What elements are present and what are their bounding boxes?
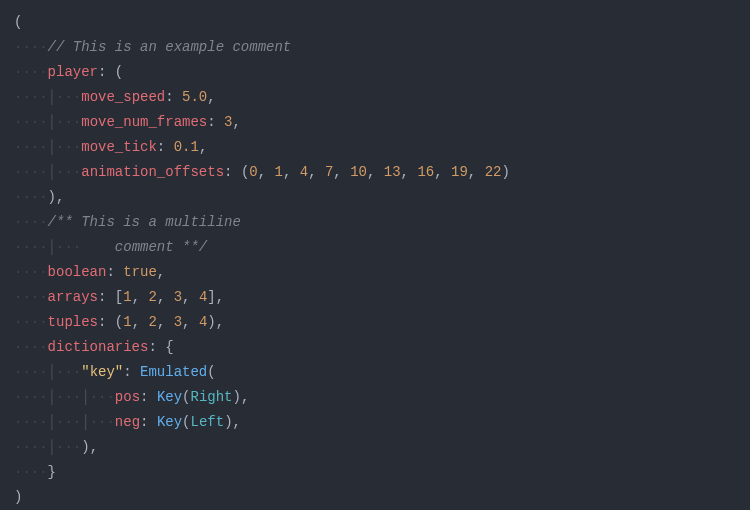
- line-comment: // This is an example comment: [48, 39, 292, 55]
- string-literal: "key": [81, 364, 123, 380]
- open-paren: (: [14, 14, 22, 30]
- close-paren: ): [14, 489, 22, 505]
- code-line: ····player: (: [14, 60, 736, 85]
- code-line: ····/** This is a multiline: [14, 210, 736, 235]
- type-name: Key: [157, 389, 182, 405]
- code-line: ····│···│···pos: Key(Right),: [14, 385, 736, 410]
- code-line: ····│···move_tick: 0.1,: [14, 135, 736, 160]
- code-line: ····),: [14, 185, 736, 210]
- code-line: ····│··· comment **/: [14, 235, 736, 260]
- property-key: move_speed: [81, 89, 165, 105]
- code-line: ····}: [14, 460, 736, 485]
- code-line: ····dictionaries: {: [14, 335, 736, 360]
- code-line: ····// This is an example comment: [14, 35, 736, 60]
- code-line: ····│···),: [14, 435, 736, 460]
- boolean-literal: true: [123, 264, 157, 280]
- code-editor[interactable]: ( ····// This is an example comment ····…: [14, 10, 736, 510]
- property-key: dictionaries: [48, 339, 149, 355]
- type-name: Key: [157, 414, 182, 430]
- property-key: tuples: [48, 314, 98, 330]
- code-line: ····│···"key": Emulated(: [14, 360, 736, 385]
- code-line: ····│···animation_offsets: (0, 1, 4, 7, …: [14, 160, 736, 185]
- code-line: ····│···move_speed: 5.0,: [14, 85, 736, 110]
- code-line: ····│···move_num_frames: 3,: [14, 110, 736, 135]
- code-line: ): [14, 485, 736, 510]
- number-literal: 0.1: [174, 139, 199, 155]
- property-key: boolean: [48, 264, 107, 280]
- type-name: Emulated: [140, 364, 207, 380]
- property-key: move_num_frames: [81, 114, 207, 130]
- code-line: ····arrays: [1, 2, 3, 4],: [14, 285, 736, 310]
- code-line: ····boolean: true,: [14, 260, 736, 285]
- property-key: animation_offsets: [81, 164, 224, 180]
- property-key: neg: [115, 414, 140, 430]
- enum-value: Left: [191, 414, 225, 430]
- block-comment: comment **/: [81, 239, 207, 255]
- code-line: ····│···│···neg: Key(Left),: [14, 410, 736, 435]
- property-key: arrays: [48, 289, 98, 305]
- enum-value: Right: [191, 389, 233, 405]
- property-key: player: [48, 64, 98, 80]
- property-key: move_tick: [81, 139, 157, 155]
- code-line: ····tuples: (1, 2, 3, 4),: [14, 310, 736, 335]
- number-literal: 5.0: [182, 89, 207, 105]
- code-line: (: [14, 10, 736, 35]
- block-comment: /** This is a multiline: [48, 214, 241, 230]
- property-key: pos: [115, 389, 140, 405]
